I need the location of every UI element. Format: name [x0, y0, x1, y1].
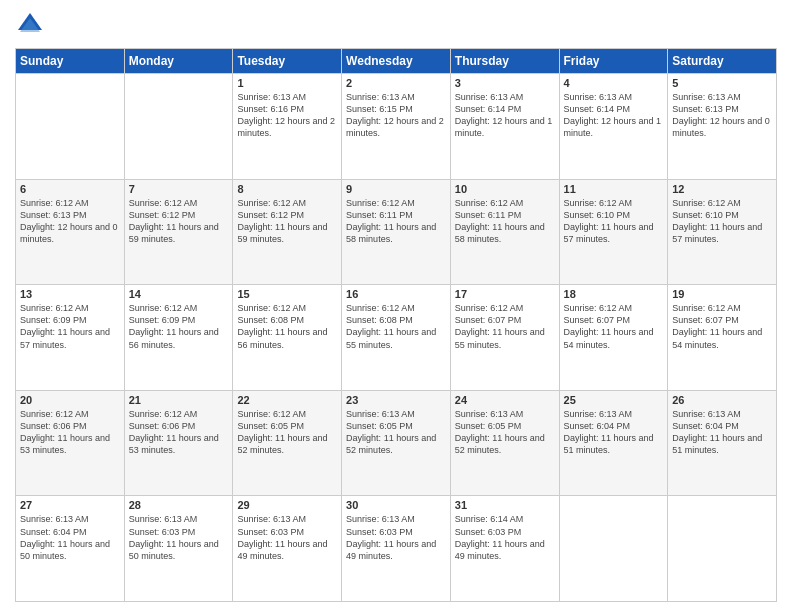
day-info: Sunrise: 6:13 AM Sunset: 6:03 PM Dayligh…	[346, 513, 446, 562]
day-info: Sunrise: 6:12 AM Sunset: 6:11 PM Dayligh…	[346, 197, 446, 246]
day-info: Sunrise: 6:12 AM Sunset: 6:12 PM Dayligh…	[237, 197, 337, 246]
day-number: 28	[129, 499, 229, 511]
day-number: 24	[455, 394, 555, 406]
day-number: 7	[129, 183, 229, 195]
calendar-cell: 10Sunrise: 6:12 AM Sunset: 6:11 PM Dayli…	[450, 179, 559, 285]
day-info: Sunrise: 6:12 AM Sunset: 6:10 PM Dayligh…	[564, 197, 664, 246]
day-number: 29	[237, 499, 337, 511]
calendar-cell: 26Sunrise: 6:13 AM Sunset: 6:04 PM Dayli…	[668, 390, 777, 496]
calendar-cell: 31Sunrise: 6:14 AM Sunset: 6:03 PM Dayli…	[450, 496, 559, 602]
week-row-1: 1Sunrise: 6:13 AM Sunset: 6:16 PM Daylig…	[16, 74, 777, 180]
calendar-cell: 13Sunrise: 6:12 AM Sunset: 6:09 PM Dayli…	[16, 285, 125, 391]
calendar-cell: 1Sunrise: 6:13 AM Sunset: 6:16 PM Daylig…	[233, 74, 342, 180]
day-number: 9	[346, 183, 446, 195]
day-info: Sunrise: 6:13 AM Sunset: 6:04 PM Dayligh…	[564, 408, 664, 457]
day-number: 21	[129, 394, 229, 406]
day-info: Sunrise: 6:13 AM Sunset: 6:04 PM Dayligh…	[20, 513, 120, 562]
day-number: 23	[346, 394, 446, 406]
logo-icon	[15, 10, 45, 40]
calendar-cell: 8Sunrise: 6:12 AM Sunset: 6:12 PM Daylig…	[233, 179, 342, 285]
week-row-5: 27Sunrise: 6:13 AM Sunset: 6:04 PM Dayli…	[16, 496, 777, 602]
col-header-saturday: Saturday	[668, 49, 777, 74]
day-number: 30	[346, 499, 446, 511]
calendar-cell: 20Sunrise: 6:12 AM Sunset: 6:06 PM Dayli…	[16, 390, 125, 496]
page: SundayMondayTuesdayWednesdayThursdayFrid…	[0, 0, 792, 612]
day-info: Sunrise: 6:12 AM Sunset: 6:06 PM Dayligh…	[20, 408, 120, 457]
calendar-cell: 12Sunrise: 6:12 AM Sunset: 6:10 PM Dayli…	[668, 179, 777, 285]
col-header-sunday: Sunday	[16, 49, 125, 74]
header-row: SundayMondayTuesdayWednesdayThursdayFrid…	[16, 49, 777, 74]
day-info: Sunrise: 6:12 AM Sunset: 6:05 PM Dayligh…	[237, 408, 337, 457]
day-number: 17	[455, 288, 555, 300]
calendar-cell: 25Sunrise: 6:13 AM Sunset: 6:04 PM Dayli…	[559, 390, 668, 496]
day-number: 16	[346, 288, 446, 300]
day-info: Sunrise: 6:12 AM Sunset: 6:07 PM Dayligh…	[564, 302, 664, 351]
week-row-3: 13Sunrise: 6:12 AM Sunset: 6:09 PM Dayli…	[16, 285, 777, 391]
day-number: 2	[346, 77, 446, 89]
day-info: Sunrise: 6:12 AM Sunset: 6:11 PM Dayligh…	[455, 197, 555, 246]
day-number: 4	[564, 77, 664, 89]
day-info: Sunrise: 6:13 AM Sunset: 6:05 PM Dayligh…	[455, 408, 555, 457]
calendar-cell	[16, 74, 125, 180]
day-info: Sunrise: 6:14 AM Sunset: 6:03 PM Dayligh…	[455, 513, 555, 562]
day-info: Sunrise: 6:12 AM Sunset: 6:13 PM Dayligh…	[20, 197, 120, 246]
day-number: 1	[237, 77, 337, 89]
calendar-cell: 15Sunrise: 6:12 AM Sunset: 6:08 PM Dayli…	[233, 285, 342, 391]
col-header-monday: Monday	[124, 49, 233, 74]
day-number: 13	[20, 288, 120, 300]
calendar-cell: 2Sunrise: 6:13 AM Sunset: 6:15 PM Daylig…	[342, 74, 451, 180]
day-info: Sunrise: 6:12 AM Sunset: 6:07 PM Dayligh…	[455, 302, 555, 351]
day-number: 12	[672, 183, 772, 195]
calendar-cell: 22Sunrise: 6:12 AM Sunset: 6:05 PM Dayli…	[233, 390, 342, 496]
calendar-cell: 11Sunrise: 6:12 AM Sunset: 6:10 PM Dayli…	[559, 179, 668, 285]
col-header-friday: Friday	[559, 49, 668, 74]
day-info: Sunrise: 6:12 AM Sunset: 6:06 PM Dayligh…	[129, 408, 229, 457]
day-info: Sunrise: 6:12 AM Sunset: 6:09 PM Dayligh…	[129, 302, 229, 351]
day-info: Sunrise: 6:12 AM Sunset: 6:12 PM Dayligh…	[129, 197, 229, 246]
week-row-4: 20Sunrise: 6:12 AM Sunset: 6:06 PM Dayli…	[16, 390, 777, 496]
week-row-2: 6Sunrise: 6:12 AM Sunset: 6:13 PM Daylig…	[16, 179, 777, 285]
calendar-cell: 9Sunrise: 6:12 AM Sunset: 6:11 PM Daylig…	[342, 179, 451, 285]
day-info: Sunrise: 6:13 AM Sunset: 6:04 PM Dayligh…	[672, 408, 772, 457]
calendar-cell: 21Sunrise: 6:12 AM Sunset: 6:06 PM Dayli…	[124, 390, 233, 496]
calendar-cell: 16Sunrise: 6:12 AM Sunset: 6:08 PM Dayli…	[342, 285, 451, 391]
day-number: 14	[129, 288, 229, 300]
calendar-cell: 17Sunrise: 6:12 AM Sunset: 6:07 PM Dayli…	[450, 285, 559, 391]
calendar-cell: 27Sunrise: 6:13 AM Sunset: 6:04 PM Dayli…	[16, 496, 125, 602]
day-info: Sunrise: 6:13 AM Sunset: 6:13 PM Dayligh…	[672, 91, 772, 140]
calendar-cell: 14Sunrise: 6:12 AM Sunset: 6:09 PM Dayli…	[124, 285, 233, 391]
calendar-cell: 7Sunrise: 6:12 AM Sunset: 6:12 PM Daylig…	[124, 179, 233, 285]
day-info: Sunrise: 6:12 AM Sunset: 6:08 PM Dayligh…	[346, 302, 446, 351]
calendar-table: SundayMondayTuesdayWednesdayThursdayFrid…	[15, 48, 777, 602]
calendar-cell: 28Sunrise: 6:13 AM Sunset: 6:03 PM Dayli…	[124, 496, 233, 602]
calendar-cell: 24Sunrise: 6:13 AM Sunset: 6:05 PM Dayli…	[450, 390, 559, 496]
col-header-wednesday: Wednesday	[342, 49, 451, 74]
day-number: 3	[455, 77, 555, 89]
calendar-cell	[559, 496, 668, 602]
day-number: 25	[564, 394, 664, 406]
calendar-cell: 23Sunrise: 6:13 AM Sunset: 6:05 PM Dayli…	[342, 390, 451, 496]
day-number: 8	[237, 183, 337, 195]
day-info: Sunrise: 6:13 AM Sunset: 6:03 PM Dayligh…	[237, 513, 337, 562]
day-info: Sunrise: 6:12 AM Sunset: 6:10 PM Dayligh…	[672, 197, 772, 246]
day-number: 31	[455, 499, 555, 511]
calendar-cell: 29Sunrise: 6:13 AM Sunset: 6:03 PM Dayli…	[233, 496, 342, 602]
day-number: 10	[455, 183, 555, 195]
col-header-thursday: Thursday	[450, 49, 559, 74]
logo	[15, 10, 49, 40]
day-info: Sunrise: 6:12 AM Sunset: 6:08 PM Dayligh…	[237, 302, 337, 351]
day-info: Sunrise: 6:13 AM Sunset: 6:03 PM Dayligh…	[129, 513, 229, 562]
day-number: 11	[564, 183, 664, 195]
day-info: Sunrise: 6:13 AM Sunset: 6:16 PM Dayligh…	[237, 91, 337, 140]
day-info: Sunrise: 6:12 AM Sunset: 6:07 PM Dayligh…	[672, 302, 772, 351]
col-header-tuesday: Tuesday	[233, 49, 342, 74]
calendar-cell: 6Sunrise: 6:12 AM Sunset: 6:13 PM Daylig…	[16, 179, 125, 285]
day-info: Sunrise: 6:13 AM Sunset: 6:14 PM Dayligh…	[564, 91, 664, 140]
day-number: 18	[564, 288, 664, 300]
day-number: 5	[672, 77, 772, 89]
calendar-cell: 18Sunrise: 6:12 AM Sunset: 6:07 PM Dayli…	[559, 285, 668, 391]
day-number: 22	[237, 394, 337, 406]
calendar-cell: 19Sunrise: 6:12 AM Sunset: 6:07 PM Dayli…	[668, 285, 777, 391]
day-number: 6	[20, 183, 120, 195]
calendar-cell: 4Sunrise: 6:13 AM Sunset: 6:14 PM Daylig…	[559, 74, 668, 180]
